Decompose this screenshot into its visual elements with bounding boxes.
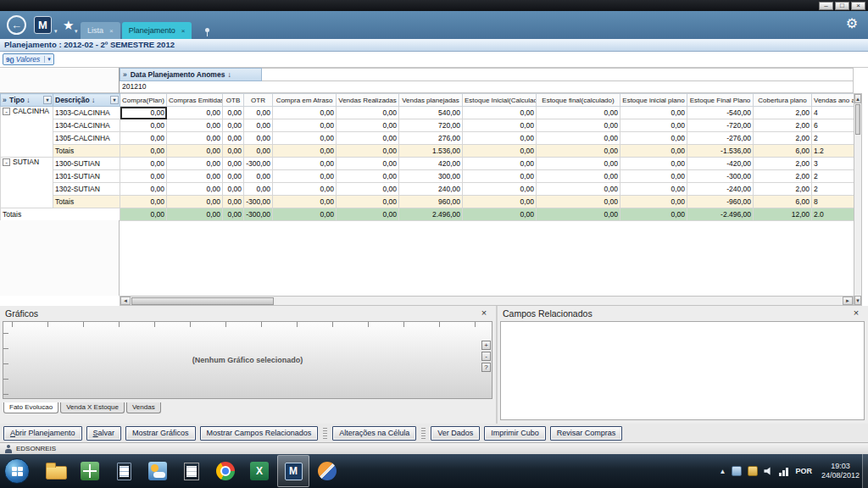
column-header-estoque-final-plano[interactable]: Estoque Final Plano bbox=[687, 94, 754, 107]
star-dropdown-icon[interactable]: ▾ bbox=[75, 28, 78, 35]
cell[interactable]: -240,00 bbox=[687, 183, 754, 196]
button-grip[interactable] bbox=[421, 427, 426, 439]
taskbar-icon-explorer[interactable] bbox=[40, 455, 72, 487]
horizontal-scrollbar[interactable]: ◄ ► bbox=[120, 296, 854, 306]
cell[interactable]: 960,00 bbox=[399, 196, 463, 208]
chart-control-2[interactable]: ? bbox=[481, 363, 491, 372]
collapse-icon[interactable]: - bbox=[3, 158, 10, 166]
cell[interactable]: 0,00 bbox=[167, 183, 223, 196]
tray-update-icon[interactable] bbox=[748, 466, 758, 476]
cell[interactable]: 0,00 bbox=[537, 158, 620, 170]
cell[interactable]: 0,00 bbox=[273, 158, 337, 170]
column-header-estoque-inicial-plano[interactable]: Estoque inicial plano bbox=[620, 94, 687, 107]
cell[interactable]: -300,00 bbox=[244, 208, 273, 221]
back-button[interactable]: ← bbox=[7, 15, 26, 35]
cell[interactable]: 0,00 bbox=[273, 119, 337, 132]
cell[interactable]: 0,00 bbox=[273, 132, 337, 145]
minimize-button[interactable]: – bbox=[819, 2, 833, 10]
volume-icon[interactable] bbox=[764, 467, 773, 476]
cell[interactable]: 0,00 bbox=[337, 132, 399, 145]
cell[interactable]: 0,00 bbox=[463, 132, 537, 145]
sort-desc-icon[interactable]: ↓ bbox=[227, 70, 231, 79]
cell[interactable]: 0,00 bbox=[537, 119, 620, 132]
scroll-down-icon[interactable]: ▼ bbox=[854, 296, 861, 305]
cell[interactable]: 0,00 bbox=[273, 145, 337, 158]
column-header-descri-o[interactable]: Descrição ↓▾ bbox=[53, 94, 120, 107]
close-button[interactable]: × bbox=[851, 2, 865, 10]
cell[interactable]: 0,00 bbox=[337, 196, 399, 208]
cell[interactable]: 0,00 bbox=[620, 119, 687, 132]
column-header-vendas-planejadas[interactable]: Vendas planejadas bbox=[399, 94, 463, 107]
cell[interactable]: 0,00 bbox=[244, 107, 273, 119]
cell[interactable]: 0,00 bbox=[167, 208, 223, 221]
filter-dropdown-icon[interactable]: ▾ bbox=[110, 96, 119, 104]
column-header-estoque-inicial-calculado[interactable]: Estoque Inicial(Calculado) bbox=[463, 94, 537, 107]
graph-tab-fato-evolucao[interactable]: Fato Evolucao bbox=[3, 402, 58, 413]
cell[interactable]: 720,00 bbox=[399, 119, 463, 132]
cell[interactable]: 300,00 bbox=[399, 170, 463, 183]
cell[interactable]: 0,00 bbox=[537, 107, 620, 119]
tab-lista[interactable]: Lista× bbox=[81, 22, 120, 39]
graph-tab-vendas[interactable]: Vendas bbox=[126, 402, 161, 413]
taskbar-icon-chrome[interactable] bbox=[209, 455, 242, 487]
column-header-vendas-realizadas[interactable]: Vendas Realizadas bbox=[337, 94, 399, 107]
cell[interactable]: 2.0 bbox=[812, 208, 855, 221]
graphs-close-icon[interactable]: × bbox=[479, 308, 489, 318]
cell[interactable]: 0,00 bbox=[337, 119, 399, 132]
column-header-tipo[interactable]: » Tipo ↓▾ bbox=[1, 94, 53, 107]
cell[interactable]: 0,00 bbox=[620, 107, 687, 119]
cell[interactable]: 2,00 bbox=[754, 132, 812, 145]
action-button-revisar-compras[interactable]: Revisar Compras bbox=[550, 426, 623, 441]
column-header-estoque-final-calculado[interactable]: Estoque final(calculado) bbox=[537, 94, 620, 107]
cell[interactable]: 0,00 bbox=[273, 183, 337, 196]
row-label[interactable]: Totais bbox=[53, 145, 120, 158]
maximize-button[interactable]: □ bbox=[835, 2, 849, 10]
cell[interactable]: 0,00 bbox=[337, 183, 399, 196]
cell[interactable]: 0,00 bbox=[120, 107, 167, 119]
cell[interactable]: 0,00 bbox=[244, 132, 273, 145]
row-label[interactable]: 1300-SUTIAN bbox=[53, 158, 120, 170]
related-close-icon[interactable]: × bbox=[851, 308, 861, 318]
horizontal-scrollbar-thumb[interactable] bbox=[131, 297, 274, 305]
cell[interactable]: 0,00 bbox=[620, 158, 687, 170]
row-label[interactable]: Totais bbox=[1, 208, 120, 221]
taskbar-icon-weather-app[interactable] bbox=[142, 455, 174, 487]
cell[interactable]: -276,00 bbox=[687, 132, 754, 145]
scroll-right-icon[interactable]: ► bbox=[843, 297, 853, 305]
cell[interactable]: 0,00 bbox=[620, 132, 687, 145]
cell[interactable]: 0,00 bbox=[167, 196, 223, 208]
cell[interactable]: -720,00 bbox=[687, 119, 754, 132]
sort-desc-icon[interactable]: ↓ bbox=[25, 96, 31, 104]
clock[interactable]: 19:03 24/08/2012 bbox=[821, 462, 860, 480]
cell[interactable]: 0,00 bbox=[223, 208, 244, 221]
column-value-cell[interactable]: 201210 bbox=[120, 81, 854, 93]
taskbar-icon-excel[interactable]: X bbox=[243, 455, 275, 487]
cell[interactable]: 3 bbox=[812, 158, 855, 170]
cell[interactable]: 0,00 bbox=[120, 158, 167, 170]
cell[interactable]: 1.2 bbox=[812, 145, 855, 158]
cell[interactable]: 1.536,00 bbox=[399, 145, 463, 158]
cell[interactable]: 0,00 bbox=[337, 170, 399, 183]
cell[interactable]: 0,00 bbox=[167, 119, 223, 132]
action-button-imprimir-cubo[interactable]: Imprimir Cubo bbox=[484, 426, 546, 441]
cell[interactable]: 0,00 bbox=[537, 183, 620, 196]
cell[interactable]: 0,00 bbox=[463, 208, 537, 221]
cell[interactable]: 0,00 bbox=[244, 170, 273, 183]
cell[interactable]: 276,00 bbox=[399, 132, 463, 145]
cell[interactable]: 0,00 bbox=[167, 107, 223, 119]
cell[interactable]: 540,00 bbox=[399, 107, 463, 119]
action-button-abrir-planejamento[interactable]: Abrir Planejamento bbox=[3, 426, 82, 441]
column-header-otr[interactable]: OTR bbox=[244, 94, 273, 107]
vertical-scrollbar[interactable]: ▲ ▼ bbox=[854, 93, 862, 306]
cell[interactable]: 6,00 bbox=[754, 196, 812, 208]
chart-control-0[interactable]: + bbox=[481, 341, 491, 350]
cell[interactable]: 0,00 bbox=[120, 208, 167, 221]
scroll-left-icon[interactable]: ◄ bbox=[120, 297, 131, 305]
vertical-scrollbar-thumb[interactable] bbox=[855, 104, 860, 135]
cell[interactable]: 0,00 bbox=[620, 170, 687, 183]
network-icon[interactable] bbox=[779, 467, 789, 476]
start-button[interactable] bbox=[4, 458, 30, 484]
pin-icon[interactable] bbox=[203, 28, 210, 37]
favorites-star-icon[interactable]: ★ bbox=[63, 18, 74, 33]
action-button-salvar[interactable]: Salvar bbox=[86, 426, 122, 441]
